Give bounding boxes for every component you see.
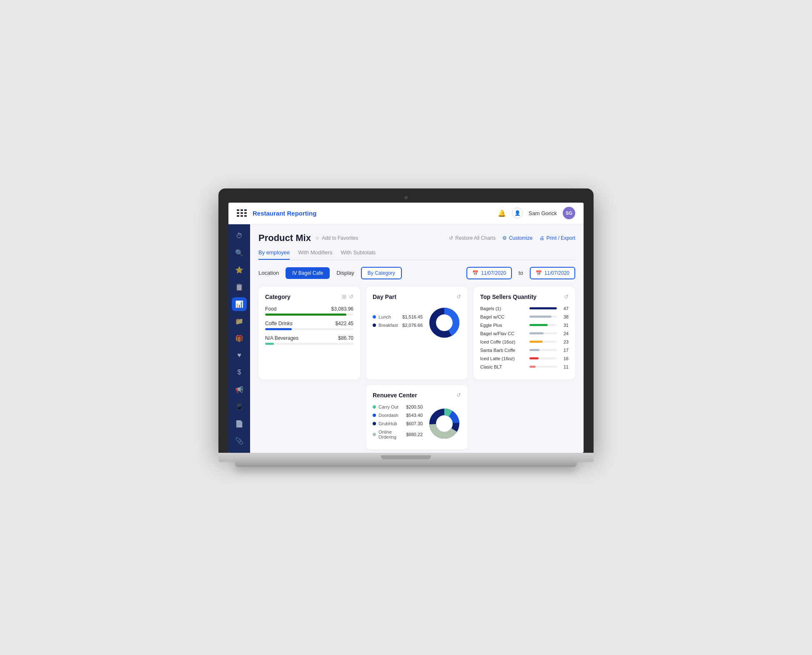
columns-icon: ⊞ bbox=[342, 294, 346, 300]
print-icon: 🖨 bbox=[539, 235, 544, 241]
date-to-button[interactable]: 📅 11/07/2020 bbox=[530, 267, 575, 279]
online-ordering-dot bbox=[373, 433, 376, 436]
category-card-actions[interactable]: ⊞ ↺ bbox=[342, 294, 353, 300]
sidebar-item-clipboard[interactable]: 📋 bbox=[232, 280, 247, 294]
laptop-notch bbox=[381, 455, 431, 459]
seller-item-1: Bagel w/CC 38 bbox=[480, 314, 569, 319]
tab-with-modifiers[interactable]: With Modifiers bbox=[298, 249, 332, 260]
tab-by-employee[interactable]: By employee bbox=[258, 249, 290, 260]
sidebar-item-chart[interactable]: 📊 bbox=[232, 297, 247, 311]
display-button[interactable]: By Category bbox=[361, 267, 402, 279]
legend-online-ordering: Online Ordering $880.22 bbox=[373, 429, 423, 439]
category-item-coffe: Coffe Drinks $422.45 bbox=[265, 321, 353, 330]
laptop-screen: Restaurant Reporting 🔔 👤 Sam Gorick SG ⏱… bbox=[228, 203, 584, 453]
renueve-refresh-icon[interactable]: ↺ bbox=[456, 392, 461, 398]
star-icon: ☆ bbox=[315, 235, 320, 241]
svg-point-7 bbox=[437, 416, 452, 431]
customize-icon: ⚙ bbox=[502, 235, 507, 241]
renueve-title: Renueve Center bbox=[373, 392, 417, 399]
location-button[interactable]: IV Bagel Cafe bbox=[286, 267, 330, 279]
laptop-foot bbox=[235, 462, 577, 467]
legend-carry-out: Carry Out $200.50 bbox=[373, 404, 423, 409]
sidebar-item-clip[interactable]: 📎 bbox=[232, 434, 247, 448]
screen-bezel: Restaurant Reporting 🔔 👤 Sam Gorick SG ⏱… bbox=[218, 188, 594, 453]
calendar-icon-2: 📅 bbox=[536, 270, 542, 276]
sidebar-item-megaphone[interactable]: 📢 bbox=[232, 383, 247, 397]
seller-item-4: Iced Coffe (16oz) 23 bbox=[480, 339, 569, 344]
sidebar-item-search[interactable]: 🔍 bbox=[232, 246, 247, 260]
top-nav: Restaurant Reporting 🔔 👤 Sam Gorick SG bbox=[228, 203, 584, 224]
legend-doordash: Doordash $543.40 bbox=[373, 413, 423, 418]
grid-menu-icon[interactable] bbox=[237, 209, 247, 217]
breakfast-dot bbox=[373, 324, 376, 327]
main-layout: ⏱ 🔍 ⭐ 📋 📊 📁 🎁 ♥ $ 📢 📱 📄 📎 bbox=[228, 224, 584, 453]
app-container: Restaurant Reporting 🔔 👤 Sam Gorick SG ⏱… bbox=[228, 203, 584, 453]
category-item-na-bev: N/A Beverages $86.70 bbox=[265, 335, 353, 345]
category-item-food: Food $3,083.96 bbox=[265, 306, 353, 316]
sidebar-item-heart[interactable]: ♥ bbox=[232, 349, 247, 362]
calendar-icon: 📅 bbox=[472, 270, 479, 276]
seller-item-5: Santa Barb Coffe 17 bbox=[480, 348, 569, 353]
sidebar-item-mobile[interactable]: 📱 bbox=[232, 400, 247, 414]
renueve-legend: Carry Out $200.50 Doordash $543.40 bbox=[373, 404, 423, 443]
main-content: Product Mix ☆ Add to Favorites ↺ Restore… bbox=[250, 224, 584, 453]
restore-charts-button[interactable]: ↺ Restore All Charts bbox=[449, 235, 496, 241]
laptop-base bbox=[218, 453, 594, 462]
day-part-content: Lunch $1,516.45 Breakfast $2,076.66 bbox=[373, 306, 461, 339]
sidebar: ⏱ 🔍 ⭐ 📋 📊 📁 🎁 ♥ $ 📢 📱 📄 📎 bbox=[228, 224, 250, 453]
camera bbox=[404, 196, 408, 199]
refresh-icon: ↺ bbox=[349, 294, 353, 300]
sidebar-item-star[interactable]: ⭐ bbox=[232, 263, 247, 277]
filters-row: Location IV Bagel Cafe Display By Catego… bbox=[258, 267, 575, 279]
svg-point-2 bbox=[437, 315, 452, 330]
tab-with-subtotals[interactable]: With Subtotals bbox=[341, 249, 376, 260]
top-sellers-refresh-icon[interactable]: ↺ bbox=[564, 294, 569, 300]
renueve-card: Renueve Center ↺ Carry Out $200.50 bbox=[366, 385, 468, 449]
sidebar-item-dollar[interactable]: $ bbox=[232, 366, 247, 379]
sidebar-item-gift[interactable]: 🎁 bbox=[232, 331, 247, 345]
location-label: Location bbox=[258, 270, 279, 276]
bell-icon[interactable]: 🔔 bbox=[498, 209, 506, 217]
header-actions: ↺ Restore All Charts ⚙ Customize 🖨 Print bbox=[449, 235, 575, 241]
tabs: By employee With Modifiers With Subtotal… bbox=[258, 249, 575, 260]
page-title: Product Mix bbox=[258, 233, 311, 243]
top-sellers-title: Top Sellers Quantity bbox=[480, 294, 536, 300]
display-label: Display bbox=[336, 270, 354, 276]
category-card-header: Category ⊞ ↺ bbox=[265, 294, 353, 300]
app-title: Restaurant Reporting bbox=[253, 210, 498, 217]
renueve-content: Carry Out $200.50 Doordash $543.40 bbox=[373, 404, 461, 443]
day-part-card: Day Part ↺ Lunch $1,516.45 bbox=[366, 287, 468, 379]
legend-item-breakfast: Breakfast $2,076.66 bbox=[373, 323, 423, 328]
user-profile-icon[interactable]: 👤 bbox=[512, 208, 523, 218]
sidebar-item-doc[interactable]: 📄 bbox=[232, 417, 247, 431]
day-part-header: Day Part ↺ bbox=[373, 294, 461, 300]
seller-item-3: Bagel w/Flav CC 24 bbox=[480, 331, 569, 336]
seller-item-2: Eggle Plus 31 bbox=[480, 323, 569, 328]
carry-out-dot bbox=[373, 405, 376, 409]
legend-grubhub: GrubHub $607.30 bbox=[373, 421, 423, 426]
lunch-dot bbox=[373, 315, 376, 319]
seller-item-0: Bagels (1) 47 bbox=[480, 306, 569, 311]
cards-grid: Category ⊞ ↺ Food $3,083.96 bbox=[258, 287, 575, 449]
date-from-button[interactable]: 📅 11/07/2020 bbox=[466, 267, 512, 279]
print-export-button[interactable]: 🖨 Print / Export bbox=[539, 235, 575, 241]
avatar[interactable]: SG bbox=[563, 207, 575, 219]
renueve-header: Renueve Center ↺ bbox=[373, 392, 461, 399]
add-to-favorites-button[interactable]: ☆ Add to Favorites bbox=[315, 235, 358, 241]
grubhub-dot bbox=[373, 422, 376, 425]
top-sellers-list: Bagels (1) 47 Bagel w/CC 38 bbox=[480, 306, 569, 369]
legend-item-lunch: Lunch $1,516.45 bbox=[373, 314, 423, 319]
renueve-donut bbox=[428, 407, 461, 440]
page-header: Product Mix ☆ Add to Favorites ↺ Restore… bbox=[258, 233, 575, 243]
day-part-refresh-icon[interactable]: ↺ bbox=[456, 294, 461, 300]
sidebar-item-folder[interactable]: 📁 bbox=[232, 314, 247, 328]
top-sellers-card: Top Sellers Quantity ↺ Bagels (1) 47 bbox=[474, 287, 575, 379]
doordash-dot bbox=[373, 414, 376, 417]
user-name: Sam Gorick bbox=[529, 210, 557, 216]
day-part-donut bbox=[428, 306, 461, 339]
seller-item-7: Clasic BLT 11 bbox=[480, 364, 569, 369]
customize-button[interactable]: ⚙ Customize bbox=[502, 235, 533, 241]
sidebar-item-clock[interactable]: ⏱ bbox=[232, 229, 247, 243]
laptop-frame: Restaurant Reporting 🔔 👤 Sam Gorick SG ⏱… bbox=[218, 188, 594, 467]
to-label: to bbox=[519, 270, 523, 276]
